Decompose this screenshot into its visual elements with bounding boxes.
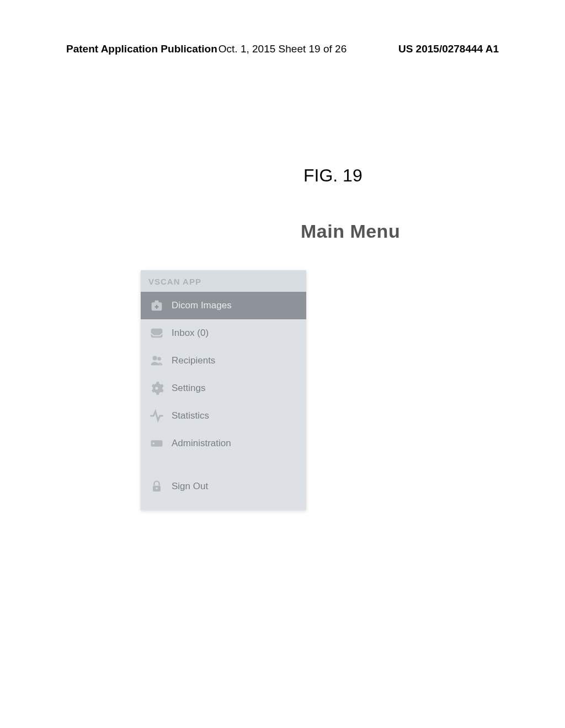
patent-header: Patent Application Publication Oct. 1, 2… bbox=[0, 43, 565, 55]
menu-item-label: Settings bbox=[172, 383, 205, 394]
medkit-icon bbox=[148, 297, 165, 314]
menu-gap bbox=[141, 457, 306, 473]
menu-item-label: Recipients bbox=[172, 355, 215, 366]
figure-title: Main Menu bbox=[301, 221, 400, 242]
menu-item-label: Inbox (0) bbox=[172, 328, 209, 339]
svg-rect-4 bbox=[151, 329, 163, 338]
menu-item-label: Statistics bbox=[172, 410, 209, 421]
publication-number: US 2015/0278444 A1 bbox=[398, 43, 499, 55]
menu-item-settings[interactable]: Settings bbox=[141, 374, 306, 402]
people-icon bbox=[148, 352, 165, 369]
svg-point-5 bbox=[152, 356, 157, 360]
svg-rect-1 bbox=[155, 301, 159, 303]
figure-label: FIG. 19 bbox=[303, 165, 363, 186]
inbox-icon bbox=[148, 325, 165, 341]
menu-item-administration[interactable]: Administration bbox=[141, 430, 306, 457]
pulse-icon bbox=[148, 408, 165, 424]
app-title: VSCAN APP bbox=[141, 270, 306, 292]
svg-point-6 bbox=[157, 357, 161, 361]
menu-item-label: Administration bbox=[172, 438, 231, 449]
menu-item-inbox[interactable]: Inbox (0) bbox=[141, 319, 306, 347]
menu-item-dicom-images[interactable]: Dicom Images bbox=[141, 292, 306, 319]
menu-item-statistics[interactable]: Statistics bbox=[141, 402, 306, 430]
svg-point-9 bbox=[152, 442, 154, 445]
svg-rect-3 bbox=[155, 306, 159, 307]
svg-point-7 bbox=[155, 387, 158, 389]
date-sheet-info: Oct. 1, 2015 Sheet 19 of 26 bbox=[218, 43, 347, 55]
gear-icon bbox=[148, 380, 165, 397]
main-menu-panel: VSCAN APP Dicom Images Inbox (0) Recipie… bbox=[141, 270, 306, 510]
tag-icon bbox=[148, 435, 165, 452]
menu-item-label: Dicom Images bbox=[172, 300, 232, 311]
menu-footer bbox=[141, 500, 306, 510]
publication-type: Patent Application Publication bbox=[66, 43, 217, 55]
svg-point-11 bbox=[156, 488, 157, 489]
menu-item-recipients[interactable]: Recipients bbox=[141, 347, 306, 374]
menu-item-signout[interactable]: Sign Out bbox=[141, 473, 306, 500]
lock-icon bbox=[148, 478, 165, 495]
menu-item-label: Sign Out bbox=[172, 481, 208, 492]
